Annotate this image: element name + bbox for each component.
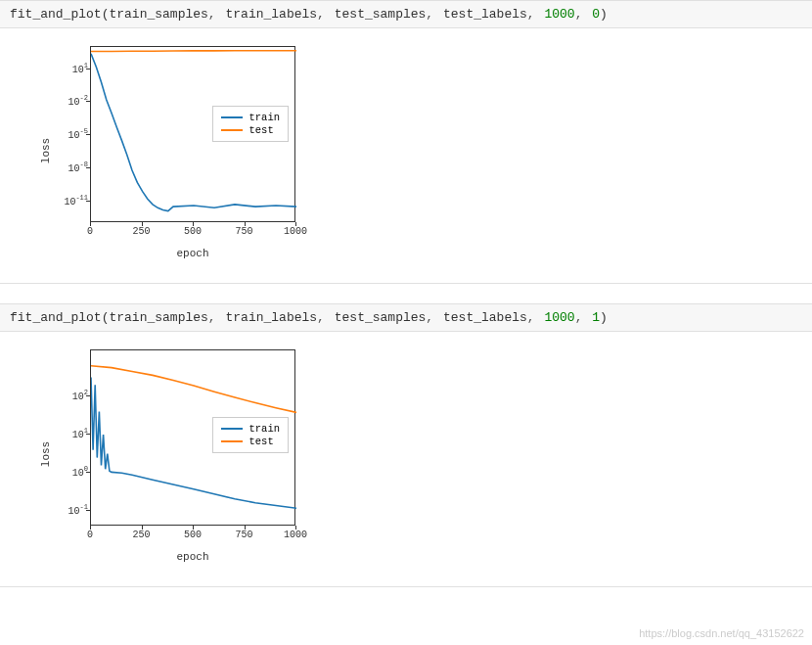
- code-input-1[interactable]: fit_and_plot(train_samples, train_labels…: [0, 304, 812, 332]
- ylabel: loss: [40, 441, 52, 467]
- tick-y: 10-2: [68, 95, 88, 108]
- tick-x: 0: [87, 226, 93, 237]
- tick-x: 500: [184, 226, 202, 237]
- tick-x: 500: [184, 530, 202, 540]
- notebook-cell-1: fit_and_plot(train_samples, train_labels…: [0, 303, 812, 587]
- legend-1: train test: [212, 417, 289, 453]
- tick-x: 750: [235, 530, 252, 540]
- chart-1: loss epoch train test 025050075010001021…: [29, 342, 323, 567]
- tick-y: 10-1: [68, 504, 88, 517]
- code-input-0[interactable]: fit_and_plot(train_samples, train_labels…: [0, 1, 812, 28]
- ylabel: loss: [40, 138, 52, 163]
- tick-y: 10-5: [68, 127, 88, 140]
- legend-train: train: [221, 112, 280, 123]
- plot-area-1: train test: [90, 349, 295, 526]
- xlabel: epoch: [90, 551, 295, 563]
- legend-swatch-train: [221, 428, 243, 430]
- tick-x: 1000: [284, 530, 307, 540]
- output-1: loss epoch train test 025050075010001021…: [0, 332, 812, 586]
- legend-test: test: [221, 124, 280, 136]
- legend-swatch-test: [221, 440, 243, 442]
- tick-x: 0: [87, 530, 93, 540]
- xlabel: epoch: [90, 248, 295, 259]
- tick-x: 250: [132, 226, 150, 237]
- tick-x: 250: [132, 530, 150, 540]
- legend-train: train: [221, 423, 280, 435]
- tick-y: 10-8: [68, 161, 88, 173]
- tick-x: 1000: [284, 226, 307, 237]
- plot-area-0: train test: [90, 46, 295, 222]
- legend-swatch-test: [221, 129, 243, 131]
- tick-y: 10-11: [64, 194, 88, 207]
- legend-0: train test: [212, 106, 289, 142]
- output-0: loss epoch train test 025050075010001011…: [0, 28, 812, 283]
- code-fn: fit_and_plot: [10, 7, 102, 22]
- legend-test: test: [221, 436, 280, 447]
- code-fn: fit_and_plot: [10, 310, 102, 325]
- chart-0: loss epoch train test 025050075010001011…: [29, 38, 323, 263]
- tick-x: 750: [235, 226, 252, 237]
- legend-swatch-train: [221, 116, 243, 118]
- notebook-cell-0: fit_and_plot(train_samples, train_labels…: [0, 0, 812, 284]
